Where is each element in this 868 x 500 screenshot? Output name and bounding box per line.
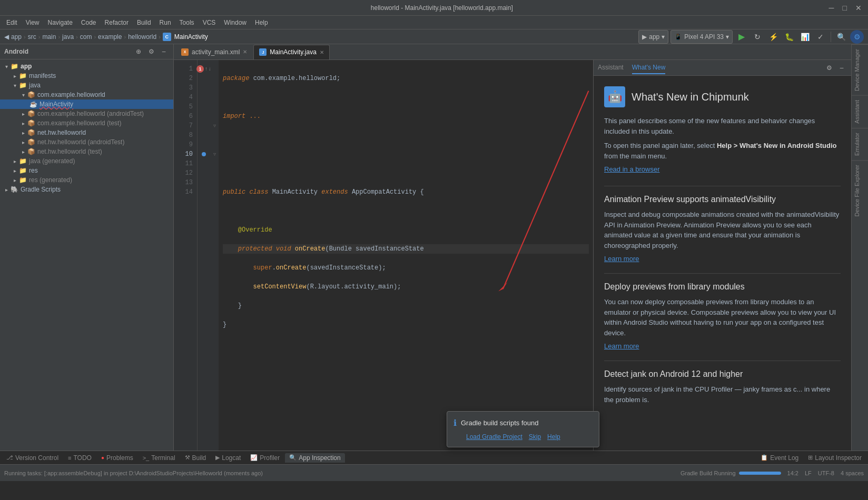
- breadcrumb-com[interactable]: com: [80, 33, 92, 41]
- tab-app-inspection[interactable]: 🔍 App Inspection: [285, 453, 344, 463]
- tree-item-java-gen[interactable]: ▸ 📁 java (generated): [0, 156, 173, 166]
- tab-profiler[interactable]: 📈 Profiler: [246, 453, 284, 463]
- menu-build[interactable]: Build: [133, 18, 155, 27]
- terminal-icon: >_: [143, 455, 150, 461]
- tree-item-androidtest[interactable]: ▸ 📦 com.example.helloworld (androidTest): [0, 109, 173, 118]
- help-link[interactable]: Help: [547, 433, 560, 441]
- profile-button[interactable]: 📊: [798, 30, 812, 44]
- coverage-button[interactable]: ✓: [814, 30, 827, 44]
- tab-assistant[interactable]: Assistant: [598, 62, 624, 74]
- tree-item-res[interactable]: ▸ 📁 res: [0, 166, 173, 175]
- tree-item-test[interactable]: ▸ 📦 com.example.helloworld (test): [0, 118, 173, 128]
- menu-bar: Edit View Navigate Code Refactor Build R…: [0, 16, 868, 29]
- tab-mainactivity[interactable]: J MainActivity.java ✕: [253, 45, 329, 59]
- learn-more-link-2[interactable]: Learn more: [604, 342, 639, 350]
- tab-todo[interactable]: ≡ TODO: [64, 453, 96, 463]
- right-sidebar: Device Manager Assistant Emulator Device…: [851, 44, 868, 451]
- package-icon: 📦: [27, 119, 35, 127]
- breadcrumb-src[interactable]: src: [28, 33, 36, 41]
- tab-version-control[interactable]: ⎇ Version Control: [2, 453, 63, 463]
- breadcrumb-mainactivity[interactable]: MainActivity: [174, 33, 208, 41]
- window-controls[interactable]: ─ □ ✕: [827, 4, 864, 12]
- tab-layout-inspector[interactable]: ⊞ Layout Inspector: [804, 453, 866, 463]
- menu-help[interactable]: Help: [251, 18, 272, 27]
- tab-event-log[interactable]: 📋 Event Log: [756, 453, 803, 463]
- panel-settings-btn[interactable]: ⚙: [146, 46, 156, 57]
- read-browser-link[interactable]: Read in a browser: [604, 165, 841, 173]
- status-bar: Running tasks: [:app:assembleDebug] in p…: [0, 464, 868, 481]
- tab-whats-new[interactable]: What's New: [632, 62, 666, 74]
- tab-close-java[interactable]: ✕: [320, 49, 324, 55]
- tree-item-net-hw[interactable]: ▸ 📦 net.hw.helloworld: [0, 128, 173, 137]
- fold-gutter: ▿ ▿: [210, 60, 219, 451]
- folder-icon: 📁: [19, 72, 27, 79]
- debug-button[interactable]: 🐛: [782, 30, 796, 44]
- code-line-3: import ...: [223, 112, 589, 121]
- settings-button[interactable]: ⚙: [850, 30, 864, 44]
- panel-sync-btn[interactable]: ⊕: [133, 46, 144, 57]
- menu-window[interactable]: Window: [220, 18, 251, 27]
- breadcrumb-java[interactable]: java: [62, 33, 74, 41]
- menu-edit[interactable]: Edit: [2, 18, 22, 27]
- panel-close-icon[interactable]: –: [836, 63, 847, 73]
- panel-settings-icon[interactable]: ⚙: [824, 63, 834, 73]
- tree-item-java[interactable]: ▾ 📁 java: [0, 81, 173, 90]
- breadcrumb-main[interactable]: main: [42, 33, 56, 41]
- app-dropdown[interactable]: ▶ app ▾: [638, 30, 668, 44]
- class-icon: C: [163, 33, 171, 41]
- whats-new-header: 🤖 What's New in Chipmunk: [604, 86, 841, 107]
- menu-vcs[interactable]: VCS: [199, 18, 220, 27]
- tree-item-res-gen[interactable]: ▸ 📁 res (generated): [0, 175, 173, 185]
- menu-navigate[interactable]: Navigate: [43, 18, 76, 27]
- logcat-icon: ▶: [215, 454, 220, 461]
- breadcrumb-app[interactable]: app: [11, 33, 22, 41]
- device-file-explorer-tab[interactable]: Device File Explorer: [852, 160, 868, 221]
- tree-item-gradle[interactable]: ▸ 🐘 Gradle Scripts: [0, 185, 173, 194]
- rerun-button[interactable]: ↻: [751, 30, 764, 44]
- class-file-icon: ☕: [29, 101, 37, 108]
- folder-icon: 📁: [11, 63, 18, 70]
- menu-code[interactable]: Code: [77, 18, 101, 27]
- code-content[interactable]: package com.example.helloworld; import .…: [219, 60, 593, 451]
- tab-logcat[interactable]: ▶ Logcat: [211, 453, 245, 463]
- menu-tools[interactable]: Tools: [175, 18, 199, 27]
- whats-new-help: To open this panel again later, select H…: [604, 141, 841, 161]
- skip-link[interactable]: Skip: [529, 433, 541, 441]
- tab-close-xml[interactable]: ✕: [243, 49, 247, 55]
- tab-build[interactable]: ⚒ Build: [181, 453, 211, 463]
- tree-item-app[interactable]: ▾ 📁 app: [0, 62, 173, 71]
- breadcrumb-back[interactable]: ◀: [4, 33, 9, 41]
- maximize-button[interactable]: □: [841, 4, 849, 12]
- tab-terminal[interactable]: >_ Terminal: [139, 453, 180, 463]
- menu-run[interactable]: Run: [155, 18, 175, 27]
- menu-view[interactable]: View: [22, 18, 44, 27]
- breadcrumb-example[interactable]: example: [98, 33, 122, 41]
- tree-item-manifests[interactable]: ▸ 📁 manifests: [0, 71, 173, 81]
- run-button[interactable]: ▶: [735, 30, 748, 44]
- breadcrumb-helloworld[interactable]: helloworld: [128, 33, 156, 41]
- code-editor[interactable]: 1 2 3 4 5 6 7 8 9 10 11 12 13 14: [174, 60, 593, 451]
- assistant-tab[interactable]: Assistant: [852, 95, 868, 128]
- tree-label: MainActivity: [40, 101, 73, 108]
- tree-arrow: ▾: [11, 83, 19, 88]
- tree-item-net-test[interactable]: ▸ 📦 net.hw.helloworld (test): [0, 147, 173, 156]
- close-button[interactable]: ✕: [853, 4, 864, 12]
- device-dropdown[interactable]: 📱 Pixel 4 API 33 ▾: [670, 30, 733, 44]
- menu-refactor[interactable]: Refactor: [101, 18, 133, 27]
- tab-activity-main[interactable]: X activity_main.xml ✕: [176, 45, 252, 59]
- learn-more-link-1[interactable]: Learn more: [604, 255, 639, 263]
- minimize-button[interactable]: ─: [827, 4, 836, 12]
- profiler-icon: 📈: [250, 454, 258, 461]
- panel-collapse-btn[interactable]: –: [159, 46, 169, 57]
- tree-item-com-example[interactable]: ▾ 📦 com.example.helloworld: [0, 90, 173, 99]
- attach-debugger-button[interactable]: ⚡: [766, 30, 780, 44]
- main-area: Android ⊕ ⚙ – ▾ 📁 app ▸ 📁 manifests: [0, 44, 868, 451]
- device-manager-tab[interactable]: Device Manager: [852, 44, 868, 95]
- tree-item-net-androidtest[interactable]: ▸ 📦 net.hw.helloworld (androidTest): [0, 137, 173, 147]
- emulator-tab[interactable]: Emulator: [852, 128, 868, 160]
- search-everywhere-button[interactable]: 🔍: [834, 30, 848, 44]
- tree-item-mainactivity[interactable]: ☕ MainActivity: [0, 99, 173, 109]
- tab-problems[interactable]: ● Problems: [97, 453, 137, 463]
- whats-new-title: What's New in Chipmunk: [632, 91, 749, 103]
- load-gradle-link[interactable]: Load Gradle Project: [466, 433, 522, 441]
